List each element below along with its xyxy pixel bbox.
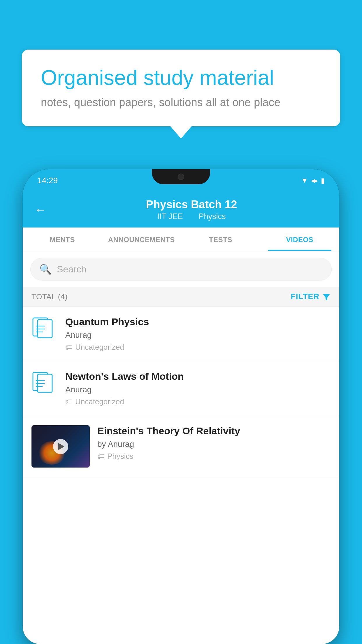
header-title-block: Physics Batch 12 IIT JEE Physics xyxy=(55,198,328,221)
file-icon-1 xyxy=(31,317,58,344)
video-list: Quantum Physics Anurag 🏷 Uncategorized xyxy=(23,307,339,477)
subtitle-iit: IIT JEE xyxy=(157,212,183,221)
svg-marker-0 xyxy=(323,294,330,300)
status-time: 14:29 xyxy=(37,176,58,185)
phone-screen: ← Physics Batch 12 IIT JEE Physics MENTS… xyxy=(23,192,339,644)
tag-label-1: Uncategorized xyxy=(75,343,124,352)
video-tag-1: 🏷 Uncategorized xyxy=(65,343,331,352)
wifi-icon: ▼ xyxy=(301,176,308,185)
tag-icon-3: 🏷 xyxy=(97,452,105,461)
search-input[interactable]: Search xyxy=(57,264,86,275)
phone-frame: 14:29 ▼ ◂▸ ▮ ← Physics Batch 12 IIT JEE … xyxy=(23,169,339,644)
batch-title: Physics Batch 12 xyxy=(55,198,328,211)
search-bar[interactable]: 🔍 Search xyxy=(30,258,332,281)
battery-icon: ▮ xyxy=(321,176,325,185)
status-bar: 14:29 ▼ ◂▸ ▮ xyxy=(23,169,339,192)
tag-label-2: Uncategorized xyxy=(75,397,124,406)
filter-label: FILTER xyxy=(291,292,319,301)
total-count: TOTAL (4) xyxy=(31,292,68,301)
video-author-1: Anurag xyxy=(65,330,331,340)
subtitle-physics: Physics xyxy=(199,212,226,221)
tag-icon-1: 🏷 xyxy=(65,343,73,352)
video-title-2: Newton's Laws of Motion xyxy=(65,371,331,382)
video-info-1: Quantum Physics Anurag 🏷 Uncategorized xyxy=(65,316,331,352)
video-author-3: by Anurag xyxy=(97,440,331,449)
video-tag-3: 🏷 Physics xyxy=(97,452,331,461)
video-info-2: Newton's Laws of Motion Anurag 🏷 Uncateg… xyxy=(65,371,331,406)
back-button[interactable]: ← xyxy=(34,203,47,217)
tab-tests[interactable]: TESTS xyxy=(181,228,260,251)
bubble-title: Organised study material xyxy=(41,66,321,90)
status-icons: ▼ ◂▸ ▮ xyxy=(301,176,325,185)
bubble-subtitle: notes, question papers, solutions all at… xyxy=(41,96,321,109)
search-icon: 🔍 xyxy=(39,263,52,275)
phone-notch xyxy=(152,169,210,184)
tab-announcements[interactable]: ANNOUNCEMENTS xyxy=(102,228,181,251)
video-tag-2: 🏷 Uncategorized xyxy=(65,397,331,406)
list-item[interactable]: Newton's Laws of Motion Anurag 🏷 Uncateg… xyxy=(23,361,339,416)
speech-bubble: Organised study material notes, question… xyxy=(22,50,340,126)
tag-icon-2: 🏷 xyxy=(65,397,73,406)
video-title-1: Quantum Physics xyxy=(65,316,331,328)
list-item[interactable]: Quantum Physics Anurag 🏷 Uncategorized xyxy=(23,307,339,361)
camera xyxy=(178,174,184,180)
tab-videos[interactable]: VIDEOS xyxy=(260,228,340,251)
filter-bar: TOTAL (4) FILTER xyxy=(23,287,339,307)
filter-button[interactable]: FILTER xyxy=(291,292,331,301)
file-icon-2 xyxy=(31,372,58,398)
video-title-3: Einstein's Theory Of Relativity xyxy=(97,425,331,437)
video-info-3: Einstein's Theory Of Relativity by Anura… xyxy=(97,425,331,461)
tag-label-3: Physics xyxy=(107,452,133,461)
tabs-bar: MENTS ANNOUNCEMENTS TESTS VIDEOS xyxy=(23,228,339,251)
signal-icon: ◂▸ xyxy=(311,176,318,185)
batch-subtitle: IIT JEE Physics xyxy=(55,212,328,221)
search-container: 🔍 Search xyxy=(23,251,339,287)
play-button[interactable] xyxy=(53,439,68,454)
play-icon xyxy=(58,443,64,450)
video-author-2: Anurag xyxy=(65,385,331,394)
tab-ments[interactable]: MENTS xyxy=(23,228,102,251)
list-item[interactable]: Einstein's Theory Of Relativity by Anura… xyxy=(23,416,339,477)
video-thumbnail-3 xyxy=(31,425,90,468)
app-header: ← Physics Batch 12 IIT JEE Physics xyxy=(23,192,339,228)
filter-funnel-icon xyxy=(322,293,331,301)
